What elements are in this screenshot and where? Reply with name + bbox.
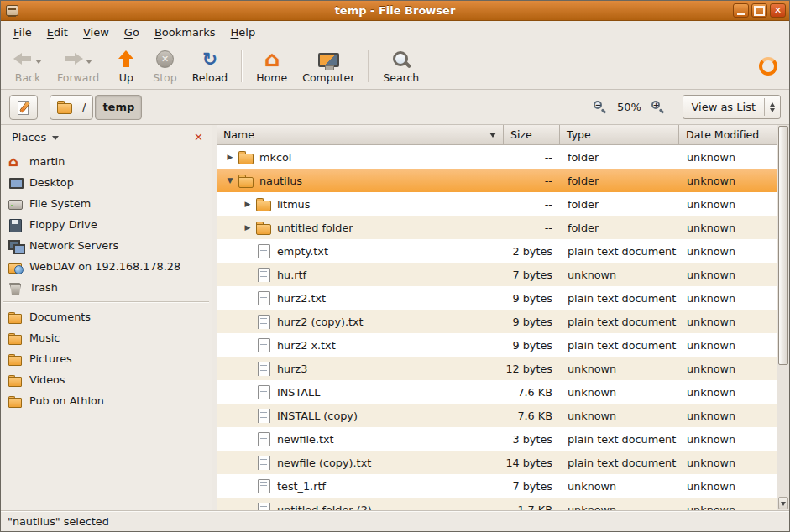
dropdown-arrow-icon[interactable] <box>35 60 42 67</box>
date-modified-cell: unknown <box>679 362 777 375</box>
zoom-in-button[interactable]: + <box>646 96 669 118</box>
toolbar-button-search[interactable]: Search <box>375 45 426 87</box>
places-selector-button[interactable]: Places <box>4 128 66 146</box>
file-list-body[interactable]: mkcol--folderunknownnautilus--folderunkn… <box>217 145 777 510</box>
sidebar-item-music[interactable]: Music <box>1 327 212 348</box>
file-icon <box>256 479 271 493</box>
file-row-hurz2-txt[interactable]: hurz2.txt9 bytesplain text documentunkno… <box>217 286 777 310</box>
view-mode-combobox[interactable]: View as List <box>683 95 781 119</box>
sidebar-item-videos[interactable]: Videos <box>1 369 212 390</box>
close-sidebar-button[interactable] <box>191 130 207 144</box>
name-cell: empty.txt <box>217 244 504 258</box>
path-button-root[interactable]: / <box>50 95 93 120</box>
name-cell: newfile (copy).txt <box>217 456 504 470</box>
menu-view[interactable]: View <box>76 23 117 42</box>
sidebar-item-label: Floppy Drive <box>29 218 97 231</box>
toolbar-buttons: BackForwardUpStopReloadHomeComputerSearc… <box>6 45 426 87</box>
sidebar-item-webdav-on-192-168-178-28[interactable]: WebDAV on 192.168.178.28 <box>1 256 212 277</box>
file-row-test-1-rtf[interactable]: test_1.rtf7 bytesunknownunknown <box>217 474 777 498</box>
column-header-type[interactable]: Type <box>560 125 679 145</box>
sidebar-item-network-servers[interactable]: Network Servers <box>1 235 212 256</box>
toolbar-button-home[interactable]: Home <box>249 45 295 87</box>
sidebar-item-documents[interactable]: Documents <box>1 306 212 327</box>
file-name: hurz2.txt <box>277 292 326 305</box>
sidebar-item-file-system[interactable]: File System <box>1 193 212 214</box>
toolbar-button-stop[interactable]: Stop <box>145 45 184 87</box>
sidebar-item-label: Desktop <box>29 176 74 189</box>
menu-go[interactable]: Go <box>117 23 147 42</box>
file-name: mkcol <box>259 151 291 164</box>
file-row-litmus[interactable]: litmus--folderunknown <box>217 192 777 216</box>
expander-expanded-icon[interactable] <box>222 169 238 192</box>
file-row-untitled-folder-2[interactable]: untitled folder (2)1.7 KBunknownunknown <box>217 498 777 510</box>
toggle-location-entry-button[interactable] <box>9 95 38 120</box>
file-row-install[interactable]: INSTALL7.6 KBunknownunknown <box>217 380 777 404</box>
column-headers: Name Size Type Date Modified <box>217 125 777 145</box>
folder-icon <box>238 174 254 188</box>
dropdown-arrow-icon[interactable] <box>86 60 92 67</box>
sidebar-item-label: Pub on Athlon <box>29 394 104 407</box>
scrollbar-thumb[interactable] <box>778 126 788 365</box>
folder-icon <box>8 394 23 408</box>
file-row-hurz2-copy-txt[interactable]: hurz2 (copy).txt9 bytesplain text docume… <box>217 310 777 333</box>
type-cell: plain text document <box>560 245 679 258</box>
sidebar-item-pictures[interactable]: Pictures <box>1 348 212 369</box>
name-cell: INSTALL (copy) <box>217 409 504 423</box>
sidebar-item-pub-on-athlon[interactable]: Pub on Athlon <box>1 390 212 411</box>
file-row-hurz2-x-txt[interactable]: hurz2 x.txt9 bytesplain text documentunk… <box>217 333 777 357</box>
file-name: newfile (copy).txt <box>277 456 371 469</box>
file-row-untitled-folder[interactable]: untitled folder--folderunknown <box>217 216 777 239</box>
type-cell: folder <box>560 175 679 187</box>
maximize-button[interactable] <box>751 3 767 18</box>
expander-collapsed-icon[interactable] <box>222 145 238 169</box>
toolbar-button-computer[interactable]: Computer <box>295 45 362 87</box>
file-name: empty.txt <box>277 245 328 258</box>
file-row-mkcol[interactable]: mkcol--folderunknown <box>217 145 777 169</box>
date-modified-cell: unknown <box>679 503 777 511</box>
sort-indicator-icon <box>489 133 496 141</box>
menu-help[interactable]: Help <box>223 23 264 42</box>
expander-collapsed-icon[interactable] <box>239 192 256 216</box>
scrollbar-trough[interactable] <box>777 366 789 496</box>
column-header-date-modified[interactable]: Date Modified <box>679 125 777 145</box>
file-row-newfile-copy-txt[interactable]: newfile (copy).txt14 bytesplain text doc… <box>217 451 777 474</box>
scroll-down-button[interactable] <box>778 497 788 509</box>
file-row-install-copy[interactable]: INSTALL (copy)7.6 KBunknownunknown <box>217 404 777 427</box>
minimize-button[interactable] <box>733 3 749 18</box>
title-bar[interactable]: temp - File Browser <box>1 1 789 21</box>
file-row-hurz3[interactable]: hurz312 bytesunknownunknown <box>217 357 777 380</box>
sidebar-item-desktop[interactable]: Desktop <box>1 172 212 193</box>
file-row-nautilus[interactable]: nautilus--folderunknown <box>217 169 777 192</box>
file-row-hu-rtf[interactable]: hu.rtf7 bytesunknownunknown <box>217 263 777 286</box>
close-icon <box>194 132 203 143</box>
path-button-current[interactable]: temp <box>95 95 142 120</box>
sidebar-item-floppy-drive[interactable]: Floppy Drive <box>1 214 212 235</box>
close-button[interactable] <box>770 3 786 18</box>
sidebar-item-martin[interactable]: martin <box>1 151 212 172</box>
toolbar-button-back[interactable]: Back <box>6 45 50 87</box>
file-row-empty-txt[interactable]: empty.txt2 bytesplain text documentunkno… <box>217 239 777 263</box>
date-modified-cell: unknown <box>679 386 777 399</box>
throbber-icon <box>759 57 777 76</box>
vertical-scrollbar[interactable] <box>777 125 789 510</box>
column-header-size[interactable]: Size <box>504 125 560 145</box>
file-row-newfile-txt[interactable]: newfile.txt3 bytesplain text documentunk… <box>217 427 777 451</box>
menu-bookmarks[interactable]: Bookmarks <box>147 23 223 42</box>
toolbar-button-label: Home <box>256 71 287 84</box>
desktop-icon <box>8 176 23 190</box>
computer-icon <box>318 53 339 67</box>
size-cell: 7 bytes <box>504 269 560 281</box>
toolbar-button-up[interactable]: Up <box>107 45 145 87</box>
menu-edit[interactable]: Edit <box>39 23 76 42</box>
reload-icon <box>200 50 220 70</box>
name-cell: hurz2 (copy).txt <box>217 315 504 329</box>
toolbar-button-reload[interactable]: Reload <box>185 45 236 87</box>
zoom-out-button[interactable]: − <box>589 96 611 118</box>
file-icon <box>256 503 271 511</box>
expander-collapsed-icon[interactable] <box>239 216 256 239</box>
column-header-name[interactable]: Name <box>217 125 504 145</box>
menu-file[interactable]: File <box>6 23 39 42</box>
toolbar-button-forward[interactable]: Forward <box>50 45 107 87</box>
sidebar-item-trash[interactable]: Trash <box>1 277 212 298</box>
search-icon <box>391 50 411 70</box>
